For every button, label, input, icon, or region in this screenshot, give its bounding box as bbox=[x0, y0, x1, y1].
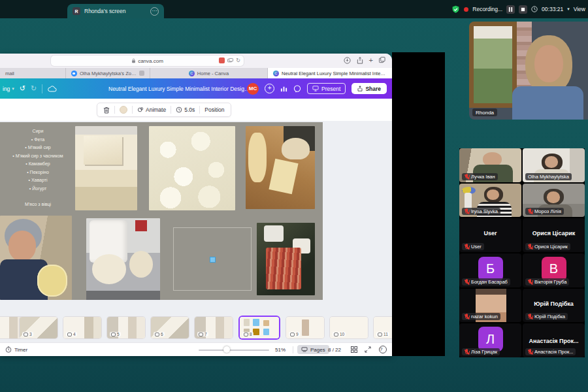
address-bar[interactable]: canva.com ↻ bbox=[51, 56, 244, 66]
zoom-slider-handle[interactable] bbox=[223, 346, 230, 353]
muted-mic-icon bbox=[528, 244, 532, 250]
spotlight-video-rhonda[interactable]: Rhonda bbox=[469, 22, 588, 120]
participant-tile[interactable]: Iryna Slyvka bbox=[459, 184, 521, 218]
view-button[interactable]: View bbox=[574, 6, 585, 12]
reload-icon[interactable]: ↻ bbox=[236, 57, 240, 63]
comment-bubble-icon bbox=[334, 333, 338, 336]
participant-tile[interactable]: Юрій Подібка Юрій Подібка bbox=[523, 289, 585, 323]
photo-meat-platter[interactable] bbox=[257, 223, 315, 295]
stop-recording-button[interactable] bbox=[519, 5, 527, 14]
design-title[interactable]: Neutral Elegant Luxury Simple Minimalist… bbox=[108, 86, 252, 92]
participant-tile[interactable]: Olha Mykhaylytska bbox=[523, 148, 585, 182]
animate-button[interactable]: Animate bbox=[137, 106, 166, 113]
page-thumbnail[interactable]: 11 bbox=[374, 317, 392, 338]
tab-overview-icon[interactable] bbox=[379, 57, 385, 63]
photo-detail bbox=[269, 159, 299, 195]
page-thumbnail[interactable]: 5 bbox=[107, 317, 145, 338]
zoom-slider[interactable] bbox=[199, 350, 269, 351]
comments-icon[interactable] bbox=[293, 85, 301, 93]
photo-cheese-block[interactable] bbox=[75, 126, 137, 210]
photo-detail bbox=[37, 265, 67, 297]
participant-tile[interactable]: В Вікторія Груба bbox=[523, 253, 585, 287]
undo-icon[interactable]: ↺ bbox=[20, 85, 25, 92]
delete-icon[interactable] bbox=[103, 106, 110, 114]
participant-gallery: Лучка Іван Olha Mykhaylytska Iryna Slyvk… bbox=[459, 148, 585, 357]
grid-view-icon[interactable] bbox=[351, 343, 357, 356]
comment-bubble-icon bbox=[199, 333, 203, 336]
comment-bubble-icon bbox=[111, 333, 116, 336]
participant-tile[interactable]: Мороз Лілія bbox=[523, 184, 585, 218]
cheese-list-text[interactable]: Сири Фета М'який сир М'який сир з часник… bbox=[1, 127, 74, 209]
participant-tile[interactable]: nazar kokun bbox=[459, 289, 521, 323]
participant-tile[interactable]: Л Ліза Грицак bbox=[459, 323, 521, 357]
color-swatch[interactable] bbox=[120, 106, 127, 114]
context-toolbar: Animate 5.0s Position bbox=[97, 103, 231, 117]
recording-label: Recording... bbox=[472, 6, 502, 12]
muted-mic-icon bbox=[465, 349, 469, 355]
shared-screen-tab[interactable]: R Rhonda's screen ⋯ bbox=[67, 4, 164, 18]
participant-tile[interactable]: Анастасія Прок... Анастасія Прок... bbox=[523, 323, 585, 357]
thumbnail-detail bbox=[263, 320, 269, 326]
timer-chevron-icon[interactable]: ▾ bbox=[567, 7, 570, 12]
add-member-icon[interactable]: + bbox=[265, 84, 274, 93]
zoom-level[interactable]: 51% bbox=[275, 343, 286, 356]
position-button[interactable]: Position bbox=[204, 106, 224, 113]
zoom-favicon bbox=[71, 71, 77, 76]
new-tab-icon[interactable]: + bbox=[369, 56, 373, 64]
muted-mic-icon bbox=[528, 349, 532, 355]
redo-icon[interactable]: ↻ bbox=[31, 85, 37, 92]
page-thumbnail-selected[interactable]: 8 bbox=[240, 317, 279, 338]
security-shield-icon[interactable] bbox=[451, 5, 460, 14]
participant-tile[interactable]: Б Богдан Басараб bbox=[459, 253, 521, 287]
photo-detail bbox=[84, 136, 122, 165]
tab-mail-label: mail bbox=[5, 71, 14, 76]
mode-chevron-icon: ▾ bbox=[12, 86, 14, 91]
participant-tile[interactable]: Орися Цісарик Орися Цісарик bbox=[523, 218, 585, 252]
position-label: Position bbox=[204, 106, 224, 113]
thumbnail-detail bbox=[253, 319, 259, 326]
photo-woman-hairnet[interactable] bbox=[0, 216, 72, 300]
help-button[interactable]: ? bbox=[379, 346, 387, 353]
reader-icon[interactable] bbox=[227, 58, 233, 63]
page-thumbnail[interactable]: 7 bbox=[195, 317, 233, 338]
page-thumbnail[interactable]: 3 bbox=[20, 317, 57, 338]
share-page-icon[interactable] bbox=[357, 57, 363, 64]
page-thumbnail[interactable]: 9 bbox=[286, 317, 324, 338]
muted-mic-icon bbox=[465, 208, 469, 214]
page-thumbnail[interactable]: 6 bbox=[151, 317, 189, 338]
downloads-icon[interactable] bbox=[344, 57, 351, 64]
list-heading: Сири bbox=[1, 127, 74, 136]
timer-button[interactable]: Timer bbox=[5, 343, 27, 356]
present-button[interactable]: Present bbox=[307, 83, 346, 94]
photo-cheese-wheels[interactable] bbox=[86, 218, 160, 300]
tab-more-icon[interactable]: ⋯ bbox=[150, 7, 159, 16]
page-indicator: 8 / 22 bbox=[328, 343, 341, 356]
video-person bbox=[512, 86, 583, 120]
tab-zoom-meeting[interactable]: Olha Mykhaylytska's Zoom Meeting bbox=[66, 68, 150, 78]
insights-icon[interactable] bbox=[280, 85, 287, 92]
user-avatar[interactable]: MC bbox=[247, 83, 259, 95]
design-canvas[interactable]: Сири Фета М'який сир М'який сир з часник… bbox=[0, 122, 323, 300]
editing-mode-dropdown[interactable]: ing ▾ bbox=[3, 86, 14, 92]
page-thumbnail[interactable]: 10 bbox=[330, 317, 368, 338]
participant-tile[interactable]: Лучка Іван bbox=[459, 148, 521, 182]
extension-icon[interactable] bbox=[219, 57, 225, 63]
pages-button[interactable]: Pages bbox=[297, 345, 329, 354]
participant-tile[interactable]: User User bbox=[459, 218, 521, 252]
duration-button[interactable]: 5.0s bbox=[176, 106, 195, 113]
page-thumbnail[interactable]: 4 bbox=[63, 317, 101, 338]
participant-name-label: Olha Mykhaylytska bbox=[528, 174, 569, 180]
tab-canva-home[interactable]: C Home - Canva bbox=[150, 68, 268, 78]
participant-name-label: Rhonda bbox=[472, 108, 497, 116]
tab-mail[interactable]: mail bbox=[0, 68, 66, 78]
muted-mic-icon bbox=[528, 279, 532, 285]
fullscreen-icon[interactable] bbox=[365, 343, 371, 356]
photo-detail bbox=[248, 133, 267, 182]
share-button[interactable]: Share bbox=[351, 83, 387, 94]
photo-cottage-cheese[interactable] bbox=[149, 126, 235, 210]
tab-media-icon bbox=[139, 71, 144, 76]
tab-canva-design[interactable]: C Neutral Elegant Luxury Simple Minimali… bbox=[268, 68, 392, 78]
photo-cheese-board[interactable] bbox=[246, 126, 315, 209]
present-label: Present bbox=[321, 86, 340, 92]
pause-recording-button[interactable] bbox=[506, 5, 515, 14]
